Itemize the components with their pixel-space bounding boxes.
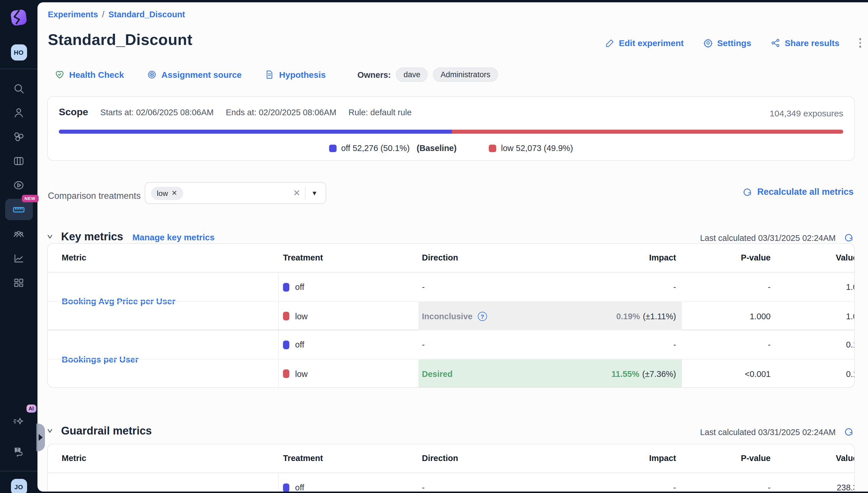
legend-item-low: low 52,073 (49.9%) <box>489 144 573 153</box>
refresh-icon[interactable] <box>844 427 853 437</box>
manage-key-metrics-link[interactable]: Manage key metrics <box>132 232 215 242</box>
column-header-p_value: P-value <box>741 453 770 463</box>
workspace-avatar[interactable]: HO <box>10 44 27 61</box>
treatment-swatch-icon <box>283 312 289 320</box>
direction-cell: - <box>422 273 425 301</box>
exposure-legend: off 52,276 (50.1%) (Baseline)low 52,073 … <box>48 144 854 153</box>
impact-cell: - <box>673 273 676 301</box>
ai-assistant-icon[interactable]: AI <box>7 410 31 434</box>
share-results-button[interactable]: Share results <box>771 38 840 48</box>
more-options-button[interactable] <box>859 38 861 48</box>
search-icon[interactable] <box>7 76 31 100</box>
treatment-subrow-off: off---0.1 <box>48 330 854 359</box>
select-clear-icon[interactable]: ✕ <box>289 188 305 198</box>
metrics-chart-icon[interactable] <box>7 246 31 270</box>
exposures-count: 104,349 exposures <box>770 108 843 118</box>
impact-cell: 0.19%(±1.11%) <box>616 302 676 330</box>
sidebar-item-experiments-active[interactable]: NEW <box>5 199 33 220</box>
value-cell: 238.3 <box>837 473 855 491</box>
breadcrumb-current[interactable]: Standard_Discount <box>108 10 185 19</box>
breadcrumb-experiments[interactable]: Experiments <box>48 10 98 19</box>
legend-swatch-icon <box>489 144 496 152</box>
svg-text:?: ? <box>17 447 19 451</box>
treatment-cell: low <box>283 302 308 330</box>
key-metrics-last-calculated: Last calculated 03/31/2025 02:24AM <box>700 233 853 243</box>
new-badge: NEW <box>22 195 38 202</box>
column-header-p_value: P-value <box>741 253 770 262</box>
health-check-link[interactable]: Health Check <box>55 70 124 80</box>
owner-pill-administrators[interactable]: Administrators <box>433 67 498 82</box>
help-icon[interactable]: ? <box>7 438 31 463</box>
user-avatar[interactable]: JO <box>10 479 27 493</box>
treatment-subrow-off: off---1.0 <box>48 273 854 301</box>
treatment-name: off <box>295 340 304 349</box>
treatment-name: off <box>295 282 304 292</box>
ai-badge: AI <box>26 405 36 413</box>
legend-baseline-label: (Baseline) <box>415 144 457 153</box>
gear-icon <box>703 38 713 48</box>
direction-label: - <box>422 340 425 349</box>
dynamic-config-icon[interactable] <box>7 173 31 197</box>
comparison-treatments-select[interactable]: low ✕ ✕ ▼ <box>145 182 326 204</box>
owners-label: Owners: <box>357 70 391 79</box>
impact-confidence-interval: (±1.11%) <box>643 312 676 321</box>
scope-title: Scope <box>59 107 88 118</box>
collapse-chevron-icon[interactable]: ˅ <box>47 233 53 241</box>
help-circle-icon[interactable]: ? <box>478 312 487 321</box>
direction-label: Desired <box>422 369 452 378</box>
bar-segment-low <box>452 130 843 134</box>
experiment-meta-row: Health Check Assignment source Hypothesi… <box>55 67 498 82</box>
direction-cell: Desired <box>422 360 452 388</box>
owner-pill-dave[interactable]: dave <box>396 67 428 82</box>
main-content: Experiments / Standard_Discount Standard… <box>38 2 868 491</box>
recalculate-all-metrics-button[interactable]: Recalculate all metrics <box>742 187 853 197</box>
layers-columns-icon[interactable] <box>7 149 31 173</box>
impact-percent: 11.55% <box>612 369 639 378</box>
assignment-source-link[interactable]: Assignment source <box>147 70 241 80</box>
metric-group: Bookings per Useroff---0.1lowDesired11.5… <box>48 330 854 388</box>
breadcrumb-separator: / <box>102 10 104 19</box>
owners: Owners: dave Administrators <box>357 67 498 82</box>
key-metrics-header: ˅ Key metrics Manage key metrics <box>48 231 215 243</box>
treatment-swatch-icon <box>283 369 289 378</box>
treatment-chip-low[interactable]: low ✕ <box>151 187 183 200</box>
key-metrics-title: Key metrics <box>61 231 123 243</box>
users-icon[interactable] <box>7 100 31 125</box>
edit-experiment-button[interactable]: Edit experiment <box>605 38 683 48</box>
impact-cell: - <box>673 330 676 359</box>
statsig-logo-icon[interactable] <box>9 8 28 27</box>
p-value-cell: <0.001 <box>745 360 770 388</box>
treatment-cell: off <box>283 273 304 301</box>
value-cell: 1.0 <box>846 302 855 330</box>
sidebar-expand-handle[interactable] <box>36 424 45 451</box>
hypothesis-link[interactable]: Hypothesis <box>265 70 326 80</box>
dashboards-icon[interactable] <box>7 270 31 295</box>
column-header-direction: Direction <box>422 253 458 262</box>
legend-swatch-icon <box>329 144 337 152</box>
feature-gates-icon[interactable] <box>7 125 31 149</box>
treatment-cell: off <box>283 330 304 359</box>
guardrail-metrics-header: ˅ Guardrail metrics <box>48 425 152 437</box>
audiences-icon[interactable] <box>7 222 31 246</box>
scope-ends-at: Ends at: 02/20/2025 08:06AM <box>226 108 336 117</box>
impact-cell: - <box>673 473 676 491</box>
column-header-treatment: Treatment <box>283 453 323 463</box>
column-header-metric: Metric <box>62 453 86 463</box>
value-cell: 0.1 <box>846 330 855 359</box>
scope-starts-at: Starts at: 02/06/2025 08:06AM <box>100 108 214 117</box>
settings-button[interactable]: Settings <box>703 38 751 48</box>
sidebar: HO <box>0 0 38 493</box>
guardrail-last-calculated: Last calculated 03/31/2025 02:24AM <box>700 427 853 437</box>
collapse-chevron-icon[interactable]: ˅ <box>47 427 53 435</box>
treatment-subrow-off: off---238.3 <box>48 473 854 491</box>
chevron-down-icon[interactable]: ▼ <box>305 190 320 196</box>
refresh-icon[interactable] <box>844 233 853 243</box>
table-header-row: MetricTreatmentDirectionImpactP-valueVal… <box>48 244 854 273</box>
exposure-split-bar <box>59 130 843 134</box>
chip-remove-icon[interactable]: ✕ <box>171 189 177 197</box>
page-title: Standard_Discount <box>48 31 192 49</box>
treatment-cell: off <box>283 473 304 491</box>
comparison-treatments-label: Comparison treatments <box>48 191 141 201</box>
p-value-cell: - <box>768 330 770 359</box>
treatment-swatch-icon <box>283 340 289 349</box>
